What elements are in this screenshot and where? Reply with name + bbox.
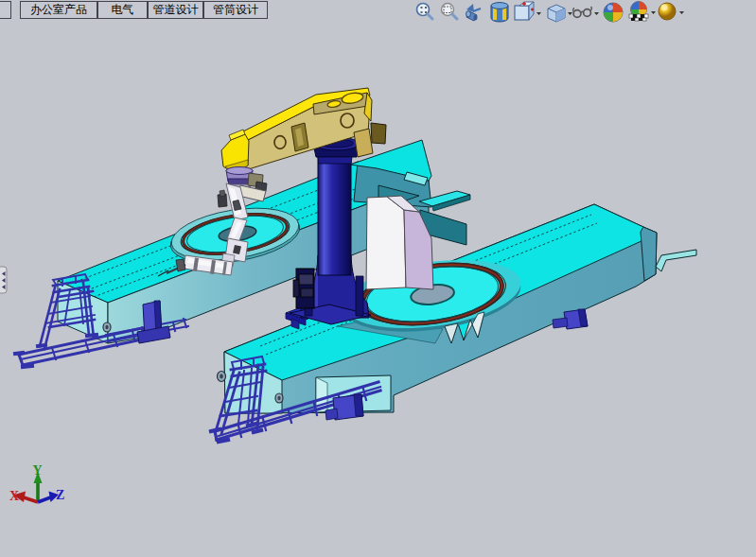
svg-text:Y: Y [33, 463, 43, 478]
svg-text:Z: Z [56, 488, 64, 502]
svg-text:X: X [9, 489, 19, 503]
